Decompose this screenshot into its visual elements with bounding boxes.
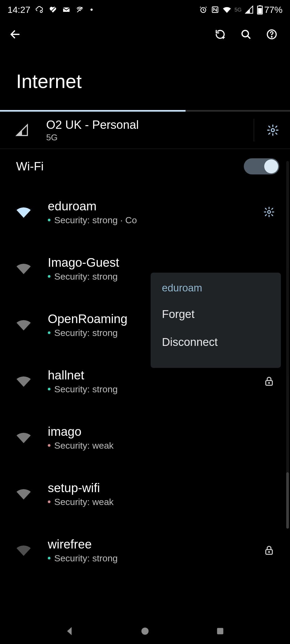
network-settings-button[interactable] <box>260 203 278 221</box>
status-right: 5G 77% <box>199 5 282 15</box>
status-bar: 14:27 5G 77% <box>0 0 290 19</box>
broadcast-icon <box>75 5 84 14</box>
system-nav-bar <box>0 618 290 644</box>
wifi-signal-icon <box>14 262 33 275</box>
svg-point-17 <box>269 382 270 384</box>
svg-point-20 <box>142 628 149 635</box>
battery-indicator: 77% <box>257 5 282 15</box>
carrier-settings-button[interactable] <box>264 121 282 139</box>
network-subtitle: Security: strong · Co <box>48 215 260 225</box>
wifi-signal-icon <box>14 206 33 218</box>
network-row[interactable]: setup-wifi Security: weak <box>0 466 290 522</box>
back-button[interactable] <box>5 25 25 44</box>
svg-point-11 <box>271 36 272 37</box>
network-ssid: imago <box>48 424 260 439</box>
network-context-menu: eduroam Forget Disconnect <box>151 273 281 368</box>
wifi-signal-icon <box>14 544 33 557</box>
nav-home-button[interactable] <box>139 625 151 638</box>
network-row[interactable]: imago Security: weak <box>0 409 290 466</box>
svg-point-0 <box>40 10 42 13</box>
network-subtitle: Security: strong <box>48 384 260 394</box>
wifi-signal-icon <box>14 487 33 500</box>
carrier-row[interactable]: O2 UK - Personal 5G <box>0 112 290 149</box>
cloud-icon <box>35 5 44 14</box>
carrier-subtype: 5G <box>46 133 254 142</box>
nfc-icon <box>211 5 219 14</box>
carrier-name: O2 UK - Personal <box>46 118 254 131</box>
svg-rect-8 <box>258 8 262 13</box>
network-row[interactable]: eduroam Security: strong · Co <box>0 184 290 240</box>
network-ssid: eduroam <box>48 199 260 213</box>
help-button[interactable] <box>259 25 285 44</box>
divider <box>254 119 254 141</box>
nav-back-button[interactable] <box>63 625 76 638</box>
scrollbar-thumb[interactable] <box>286 472 289 529</box>
network-ssid: setup-wifi <box>48 481 260 495</box>
network-ssid: wirefree <box>48 537 260 551</box>
network-subtitle: Security: weak <box>48 497 260 507</box>
network-subtitle: Security: strong <box>48 553 260 564</box>
network-5g-label: 5G <box>234 7 242 13</box>
cell-signal-icon <box>245 5 253 14</box>
page-title: Internet <box>0 49 290 110</box>
svg-rect-21 <box>217 628 223 634</box>
wifi-signal-icon <box>14 431 33 444</box>
lock-icon <box>260 375 278 387</box>
wifi-status-icon <box>223 5 231 14</box>
app-bar <box>0 19 290 49</box>
context-menu-disconnect[interactable]: Disconnect <box>151 328 281 356</box>
status-left: 14:27 <box>8 5 93 15</box>
alarm-icon <box>199 5 208 14</box>
network-ssid: hallnet <box>48 368 260 382</box>
wifi-toggle[interactable] <box>244 158 279 174</box>
nav-recent-button[interactable] <box>214 625 227 638</box>
heart-icon <box>49 5 57 14</box>
lock-icon <box>260 544 278 556</box>
context-menu-title: eduroam <box>151 279 281 300</box>
cell-signal-icon <box>14 124 30 137</box>
svg-point-12 <box>271 129 274 132</box>
wifi-signal-icon <box>14 375 33 387</box>
network-ssid: Imago-Guest <box>48 255 260 270</box>
more-notifications-dot <box>90 9 93 11</box>
context-menu-forget[interactable]: Forget <box>151 300 281 328</box>
clock-text: 14:27 <box>8 5 30 15</box>
wifi-section-header: Wi-Fi <box>0 149 290 184</box>
network-list: eduroam Security: strong · Co Imago-Gues… <box>0 184 290 578</box>
network-subtitle: Security: weak <box>48 440 260 451</box>
diagnose-button[interactable] <box>207 25 233 44</box>
mail-notification-icon <box>62 5 71 14</box>
svg-rect-7 <box>259 5 261 6</box>
network-row[interactable]: wirefree Security: strong <box>0 522 290 578</box>
svg-point-19 <box>269 551 270 553</box>
battery-percent: 77% <box>264 5 282 15</box>
svg-point-13 <box>268 211 271 214</box>
search-button[interactable] <box>233 25 259 44</box>
wifi-label: Wi-Fi <box>16 160 244 173</box>
wifi-signal-icon <box>14 318 33 331</box>
